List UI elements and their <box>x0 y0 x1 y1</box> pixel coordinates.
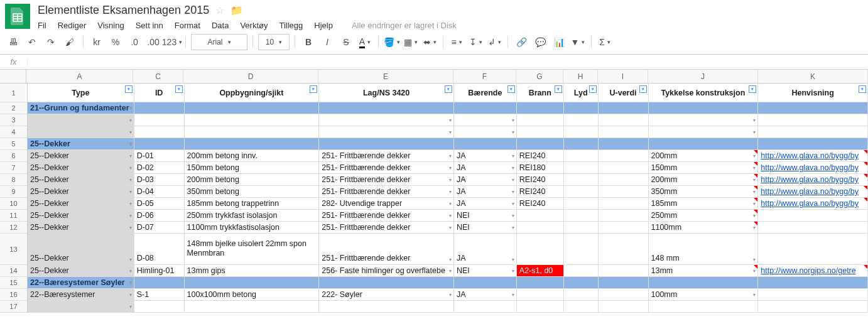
lyd-cell[interactable] <box>564 162 599 174</box>
baerende-cell[interactable]: JA▾ <box>454 289 517 301</box>
note-indicator-icon[interactable] <box>754 222 757 225</box>
dropdown-arrow-icon[interactable]: ▾ <box>449 268 452 274</box>
filter-dropdown-icon[interactable]: ▾ <box>639 85 647 93</box>
uverdi-cell[interactable] <box>599 234 649 265</box>
id-cell[interactable]: D-04 <box>134 186 185 198</box>
section-22[interactable]: 22--Bæresystemer Søyler▾ <box>28 277 134 289</box>
link[interactable]: http://www.norgips.no/getre <box>761 266 855 275</box>
currency-icon[interactable]: kr <box>89 34 105 50</box>
e-cell[interactable]: ▾ <box>319 126 454 138</box>
tykkelse-cell[interactable]: 200mm▾ <box>649 150 759 162</box>
filter-dropdown-icon[interactable]: ▾ <box>310 85 317 93</box>
dropdown-arrow-icon[interactable]: ▾ <box>512 165 514 171</box>
henvisning-cell[interactable] <box>758 210 868 222</box>
empty-cell[interactable] <box>319 301 454 313</box>
filter-dropdown-icon[interactable]: ▾ <box>589 85 597 93</box>
d-cell[interactable] <box>185 114 320 126</box>
dropdown-arrow-icon[interactable]: ▾ <box>449 213 452 219</box>
row-header[interactable]: 11 <box>0 210 28 222</box>
col-header-K[interactable]: K <box>758 70 868 84</box>
sheets-logo[interactable] <box>5 4 30 29</box>
menu-verktoy[interactable]: Verktøy <box>240 21 268 30</box>
uverdi-cell[interactable] <box>599 162 649 174</box>
baerende-cell[interactable]: NEI▾ <box>454 222 517 234</box>
section-25[interactable]: 25--Dekker▾ <box>28 138 134 150</box>
row-header[interactable]: 1 <box>0 84 28 102</box>
dropdown-arrow-icon[interactable]: ▾ <box>449 292 452 298</box>
lag-cell[interactable]: 251- Frittbærende dekker▾ <box>319 174 454 186</box>
col-header-C[interactable]: C <box>133 70 183 84</box>
henvisning-cell[interactable]: http://www.glava.no/bygg/by <box>758 174 868 186</box>
header-G[interactable]: Brann▾ <box>517 84 564 102</box>
menu-tillegg[interactable]: Tillegg <box>279 21 303 30</box>
oppbygning-cell[interactable]: 1100mm trykkfastisolasjon <box>185 222 320 234</box>
note-indicator-icon[interactable] <box>864 150 867 154</box>
type-cell[interactable]: ▾ <box>28 301 134 313</box>
note-indicator-icon[interactable] <box>864 198 867 202</box>
id-cell[interactable]: S-1 <box>134 289 185 301</box>
type-cell[interactable]: 25--Dekker▾ <box>28 186 134 198</box>
i-cell[interactable] <box>599 114 649 126</box>
note-indicator-icon[interactable] <box>754 174 757 178</box>
dec-decrease-icon[interactable]: .0 <box>126 34 143 50</box>
col-header-A[interactable]: A <box>26 70 133 84</box>
row-header[interactable]: 8 <box>0 174 28 186</box>
print-icon[interactable]: 🖶 <box>5 34 21 50</box>
dropdown-arrow-icon[interactable]: ▾ <box>129 268 132 274</box>
oppbygning-cell[interactable]: 200mm betong <box>185 174 320 186</box>
dropdown-arrow-icon[interactable]: ▾ <box>753 129 756 135</box>
note-indicator-icon[interactable] <box>864 265 867 269</box>
dropdown-arrow-icon[interactable]: ▾ <box>449 117 452 123</box>
type-cell[interactable]: 25--Dekker▾ <box>28 162 134 174</box>
baerende-cell[interactable]: JA▾ <box>454 162 517 174</box>
oppbygning-cell[interactable]: 185mm betong trappetrinn <box>185 198 320 210</box>
filter-dropdown-icon[interactable]: ▾ <box>125 85 133 93</box>
row-header[interactable]: 10 <box>0 198 28 210</box>
tykkelse-cell[interactable]: 148 mm▾ <box>649 234 759 265</box>
brann-cell[interactable]: REI240 <box>517 174 564 186</box>
uverdi-cell[interactable] <box>599 289 649 301</box>
col-header-D[interactable]: D <box>183 70 318 84</box>
g-cell[interactable] <box>517 126 564 138</box>
note-indicator-icon[interactable] <box>864 186 867 190</box>
header-E[interactable]: Lag/NS 3420▾ <box>319 84 454 102</box>
lyd-cell[interactable] <box>564 198 599 210</box>
g-cell[interactable] <box>517 114 564 126</box>
empty-cell[interactable] <box>134 301 185 313</box>
filter-dropdown-icon[interactable]: ▾ <box>749 85 756 93</box>
lag-cell[interactable]: 282- Utvendige trapper▾ <box>319 198 454 210</box>
header-J[interactable]: Tykkelse konstruksjon▾ <box>649 84 759 102</box>
folder-icon[interactable]: 📁 <box>231 4 243 16</box>
lag-cell[interactable]: 222- Søyler▾ <box>319 289 454 301</box>
section-cell[interactable] <box>134 102 185 114</box>
e-cell[interactable]: ▾ <box>319 114 454 126</box>
dropdown-arrow-icon[interactable]: ▾ <box>129 280 132 286</box>
section-cell[interactable] <box>454 102 517 114</box>
dropdown-arrow-icon[interactable]: ▾ <box>129 304 132 310</box>
uverdi-cell[interactable] <box>599 210 649 222</box>
type-cell[interactable]: 22--Bæresystemer▾ <box>28 289 134 301</box>
brann-cell[interactable] <box>517 289 564 301</box>
menu-settinn[interactable]: Sett inn <box>136 21 163 30</box>
section-cell[interactable] <box>185 138 320 150</box>
brann-cell[interactable] <box>517 222 564 234</box>
note-indicator-icon[interactable] <box>754 265 757 269</box>
select-all-corner[interactable] <box>0 70 26 84</box>
tykkelse-cell[interactable]: 13mm▾ <box>649 265 759 277</box>
type-cell[interactable]: 25--Dekker▾ <box>28 222 134 234</box>
dropdown-arrow-icon[interactable]: ▾ <box>512 292 514 298</box>
lag-cell[interactable]: 251- Frittbærende dekker▾ <box>319 222 454 234</box>
section-cell[interactable] <box>649 277 759 289</box>
id-cell[interactable]: D-07 <box>134 222 185 234</box>
wrap-icon[interactable]: ↲ <box>486 34 502 50</box>
id-cell[interactable]: D-08 <box>134 234 185 265</box>
baerende-cell[interactable]: NEI▾ <box>454 210 517 222</box>
empty-cell[interactable] <box>454 301 517 313</box>
header-F[interactable]: Bærende▾ <box>454 84 517 102</box>
h-cell[interactable] <box>564 114 599 126</box>
lyd-cell[interactable] <box>564 289 599 301</box>
dropdown-arrow-icon[interactable]: ▾ <box>129 213 132 219</box>
col-header-F[interactable]: F <box>453 70 516 84</box>
row-header[interactable]: 4 <box>0 126 28 138</box>
empty-cell[interactable] <box>185 301 320 313</box>
